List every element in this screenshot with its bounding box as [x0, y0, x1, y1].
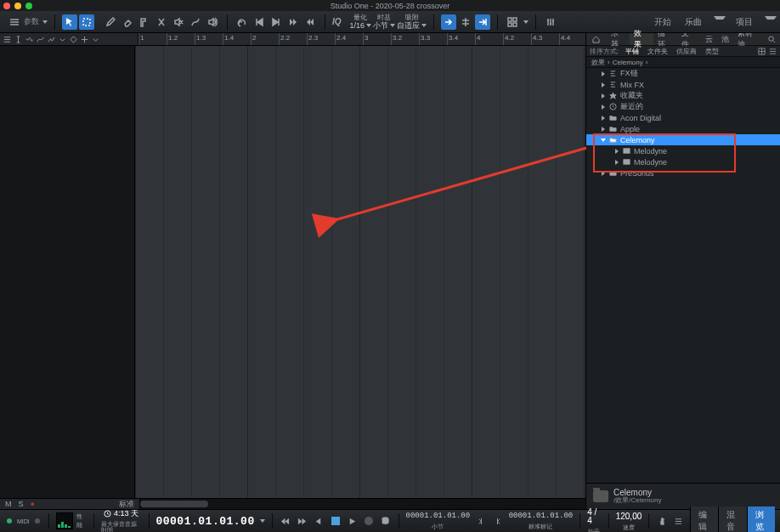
- edit-tab[interactable]: 编辑: [690, 507, 718, 532]
- play-button[interactable]: [346, 514, 358, 528]
- set-loop-out-button[interactable]: [492, 514, 504, 528]
- track-area[interactable]: [135, 46, 585, 498]
- pencil-tool[interactable]: [103, 14, 118, 30]
- sort-vendor[interactable]: 供应商: [675, 47, 698, 56]
- rewind-button[interactable]: [280, 514, 291, 528]
- start-link[interactable]: 开始: [651, 16, 675, 28]
- list-view-icon[interactable]: [769, 48, 777, 55]
- menu-icon[interactable]: [3, 36, 11, 43]
- breadcrumb-root[interactable]: 效果: [591, 58, 605, 67]
- eraser-tool[interactable]: [120, 14, 135, 30]
- solo-all-button[interactable]: S: [19, 500, 24, 508]
- action-a-button[interactable]: [285, 14, 301, 30]
- browse-tab[interactable]: 浏览: [747, 507, 775, 532]
- diamond-icon[interactable]: [70, 36, 77, 43]
- browser-home-tab[interactable]: [586, 33, 607, 45]
- snap-toggle-button[interactable]: [458, 14, 473, 30]
- chevron-down-icon[interactable]: [714, 16, 726, 20]
- window-minimize-button[interactable]: [14, 3, 21, 9]
- goto-start-button[interactable]: [252, 14, 267, 30]
- horizontal-scrollbar[interactable]: [140, 499, 585, 509]
- timesig-display[interactable]: 4 / 4: [587, 508, 602, 525]
- paint-tool[interactable]: [137, 14, 152, 30]
- browser-item-melodyne[interactable]: Melodyne: [586, 156, 780, 167]
- browser-library-tab[interactable]: 素材池: [733, 33, 765, 45]
- goto-zero-button[interactable]: [313, 514, 325, 528]
- wave-icon[interactable]: [25, 36, 33, 43]
- quantize-dropdown[interactable]: 量化 1/16: [350, 14, 372, 30]
- project-link[interactable]: 项目: [732, 16, 756, 28]
- metronome-button[interactable]: [656, 514, 668, 528]
- svg-rect-1: [508, 18, 512, 21]
- loop-start-time[interactable]: 00001.01.01.00: [406, 512, 471, 520]
- chevron-down-icon[interactable]: [765, 16, 777, 20]
- song-link[interactable]: 乐曲: [681, 16, 705, 28]
- browser-pool-tab[interactable]: 池: [717, 33, 733, 45]
- split-tool[interactable]: [154, 14, 169, 30]
- undo-button[interactable]: [235, 14, 250, 30]
- forward-button[interactable]: [296, 514, 308, 528]
- timebase-dropdown[interactable]: 时基 小节: [373, 14, 395, 30]
- curve-icon[interactable]: [37, 36, 44, 43]
- browser-item-fx链[interactable]: FX链: [586, 68, 780, 79]
- line-icon[interactable]: [48, 36, 55, 43]
- i-beam-icon[interactable]: [14, 36, 22, 43]
- plus-icon[interactable]: [81, 36, 88, 43]
- browser-item-presonus[interactable]: PreSonus: [586, 167, 780, 178]
- mute-all-button[interactable]: M: [5, 500, 12, 508]
- listen-tool[interactable]: [205, 14, 220, 30]
- timeline-ruler[interactable]: 11.21.31.422.22.32.433.23.33.444.24.34.4…: [138, 33, 585, 45]
- mixer-button[interactable]: [543, 14, 558, 30]
- arrow-tool[interactable]: [62, 14, 77, 30]
- browser-loops-tab[interactable]: 循环: [653, 33, 677, 45]
- record-button[interactable]: [363, 514, 375, 528]
- browser-instruments-tab[interactable]: 乐器: [607, 33, 630, 45]
- track-header-column[interactable]: [0, 46, 135, 498]
- sort-type[interactable]: 类型: [704, 47, 721, 56]
- chevron-down-icon[interactable]: [523, 20, 528, 24]
- chevron-down-icon[interactable]: [260, 519, 265, 523]
- bend-tool[interactable]: [188, 14, 203, 30]
- breadcrumb-item[interactable]: Celemony: [613, 59, 643, 66]
- set-loop-in-button[interactable]: [475, 514, 487, 528]
- autoscroll-button[interactable]: [441, 14, 456, 30]
- browser-tree[interactable]: FX链Mix FX收藏夹最近的Acon DigitalAppleCelemony…: [586, 68, 780, 483]
- browser-item-apple[interactable]: Apple: [586, 123, 780, 134]
- grid-options-button[interactable]: [505, 14, 520, 30]
- browser-item-mix-fx[interactable]: Mix FX: [586, 79, 780, 90]
- window-zoom-button[interactable]: [25, 3, 32, 9]
- chevron-down-icon[interactable]: [59, 36, 66, 43]
- browser-item-melodyne[interactable]: Melodyne: [586, 145, 780, 156]
- browser-item-acon-digital[interactable]: Acon Digital: [586, 112, 780, 123]
- metronome-settings-button[interactable]: [673, 514, 685, 528]
- iq-label[interactable]: IQ: [332, 17, 342, 26]
- tempo-display[interactable]: 120,00: [616, 512, 642, 521]
- grid-view-icon[interactable]: [758, 48, 766, 55]
- chevron-down-icon[interactable]: [92, 36, 99, 43]
- browser-effects-tab[interactable]: 效果: [630, 33, 653, 45]
- loop-button[interactable]: [380, 514, 392, 528]
- stop-button[interactable]: [330, 514, 342, 528]
- browser-item-收藏夹[interactable]: 收藏夹: [586, 90, 780, 101]
- sort-folder[interactable]: 文件夹: [646, 47, 670, 56]
- browser-item-最近的[interactable]: 最近的: [586, 101, 780, 112]
- range-tool[interactable]: [79, 14, 94, 30]
- browser-cloud-tab[interactable]: 云: [701, 33, 717, 45]
- mix-tab[interactable]: 混音: [718, 507, 746, 532]
- loop-end-time[interactable]: 00001.01.01.00: [509, 512, 574, 520]
- snap-dropdown[interactable]: 吸附 自适应: [397, 14, 427, 30]
- goto-end-button[interactable]: [268, 14, 284, 30]
- browser-search-button[interactable]: [764, 33, 780, 45]
- browser-item-celemony[interactable]: Celemony: [586, 134, 780, 145]
- chevron-down-icon[interactable]: [42, 20, 48, 24]
- follow-button[interactable]: [475, 14, 490, 30]
- record-arm-all-button[interactable]: ●: [31, 500, 35, 508]
- action-b-button[interactable]: [302, 14, 318, 30]
- mute-tool[interactable]: [171, 14, 186, 30]
- main-time-display[interactable]: 00001.01.01.00: [155, 515, 254, 528]
- scrollbar-thumb[interactable]: [140, 501, 208, 507]
- chevron-right-icon: ›: [646, 59, 648, 66]
- window-close-button[interactable]: [3, 3, 10, 9]
- menu-icon[interactable]: [7, 14, 22, 30]
- browser-files-tab[interactable]: 文件: [677, 33, 701, 45]
